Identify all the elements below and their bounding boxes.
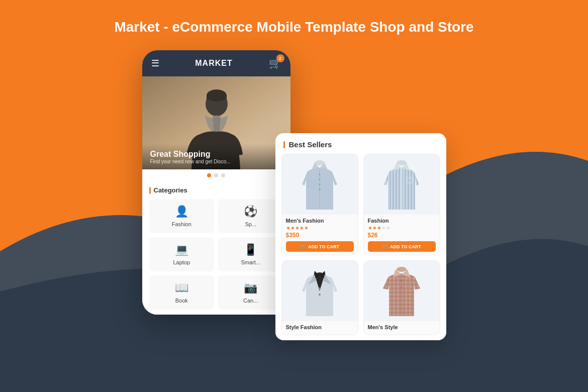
product-name-mens-fashion: Men's Fashion [286,218,354,224]
product-img-mens-fashion [282,154,358,215]
product-fashion: Fashion ★★★★★ $26 🛒 ADD TO CART [363,154,440,255]
product-name-mens-style: Men's Style [368,324,436,330]
dot-1[interactable] [207,173,211,177]
page-title: Market - eCommerce Mobile Template Shop … [0,0,588,45]
svg-rect-15 [401,168,403,210]
svg-point-17 [319,287,321,289]
hamburger-icon[interactable]: ☰ [151,58,159,69]
best-sellers-grid: Men's Fashion ★★★★★ $350 🛒 ADD TO CART [275,154,446,335]
product-img-fashion [364,154,440,215]
book-label: Book [175,298,188,304]
categories-section-title: Categories [149,186,283,194]
section-bar [149,187,151,194]
category-fashion[interactable]: 👤 Fashion [149,199,215,233]
product-info-mens-style: Men's Style [364,321,440,335]
category-smartphone[interactable]: 📱 Smart... [218,237,283,271]
add-to-cart-mens-fashion[interactable]: 🛒 ADD TO CART [286,241,354,252]
hero-overlay: Great Shopping Find your need now and ge… [142,144,290,169]
book-icon: 📖 [175,281,188,295]
hero-title: Great Shopping [150,150,282,159]
best-sellers-title: Best Sellers [289,140,332,149]
best-sellers-card: Best Sellers [275,133,446,340]
product-info-mens-fashion: Men's Fashion ★★★★★ $350 🛒 ADD TO CART [282,215,358,255]
svg-point-10 [319,189,321,190]
best-sellers-header: Best Sellers [275,133,446,154]
svg-point-14 [397,160,407,165]
svg-point-9 [319,184,321,185]
product-name-style-fashion: Style Fashion [286,324,354,330]
svg-point-18 [319,293,321,296]
product-price-fashion: $26 [368,232,436,239]
categories-section: Categories 👤 Fashion ⚽ Sp... 💻 Laptop 📱 [142,181,290,315]
svg-point-8 [319,179,321,180]
product-info-fashion: Fashion ★★★★★ $26 🛒 ADD TO CART [364,215,440,255]
phone-hero: Great Shopping Find your need now and ge… [142,76,290,169]
fashion-icon: 👤 [175,205,188,218]
cart-icon-wrap[interactable]: 🛒 2 [269,57,281,69]
camera-label: Can... [243,298,258,304]
cart-btn-icon-2: 🛒 [382,244,388,249]
cart-badge: 2 [276,54,284,62]
phone-mockup: ☰ MARKET 🛒 2 [142,50,290,315]
product-stars-mens-fashion: ★★★★★ [286,225,354,231]
laptop-label: Laptop [173,259,190,265]
laptop-icon: 💻 [175,243,188,256]
product-mens-style: Men's Style [363,260,440,335]
svg-point-25 [401,287,403,288]
dot-2[interactable] [214,173,218,177]
sports-icon: ⚽ [244,205,257,218]
category-camera[interactable]: 📷 Can... [218,275,283,310]
product-name-fashion: Fashion [368,218,436,224]
bs-section-bar [283,141,285,148]
product-mens-fashion: Men's Fashion ★★★★★ $350 🛒 ADD TO CART [281,154,358,255]
phone-header: ☰ MARKET 🛒 2 [142,50,290,76]
smartphone-label: Smart... [241,259,260,265]
cart-btn-icon-1: 🛒 [300,244,306,249]
smartphone-icon: 📱 [244,243,257,256]
svg-point-24 [401,280,403,282]
product-style-fashion: Style Fashion [281,260,358,335]
phone-app-title: MARKET [195,59,232,68]
fashion-label: Fashion [172,221,191,227]
camera-icon: 📷 [244,281,257,295]
product-price-mens-fashion: $350 [286,232,354,239]
product-img-mens-style [364,261,440,321]
category-laptop[interactable]: 💻 Laptop [149,237,215,271]
product-img-style-fashion [282,261,358,321]
hero-subtitle: Find your need now and get Disco... [150,159,282,164]
product-info-style-fashion: Style Fashion [282,321,358,335]
category-book[interactable]: 📖 Book [149,275,215,310]
dot-3[interactable] [221,173,225,177]
main-content: ☰ MARKET 🛒 2 [0,45,588,340]
categories-grid: 👤 Fashion ⚽ Sp... 💻 Laptop 📱 Smart... 📖 [149,199,283,310]
sports-label: Sp... [245,221,256,227]
add-to-cart-fashion[interactable]: 🛒 ADD TO CART [368,241,436,252]
category-sports[interactable]: ⚽ Sp... [218,199,283,233]
svg-point-22 [397,267,407,272]
hero-dots [142,169,290,181]
product-stars-fashion: ★★★★★ [368,225,436,231]
svg-point-7 [319,174,321,175]
